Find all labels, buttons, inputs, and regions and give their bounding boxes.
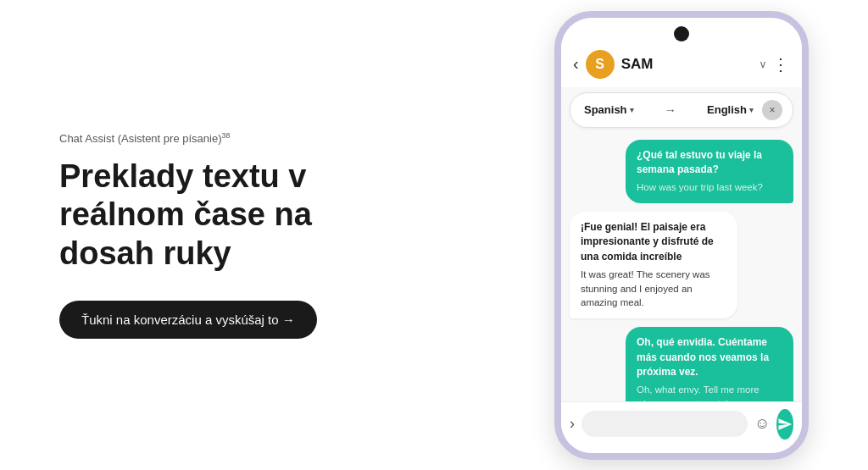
phone-screen: ‹ S SAM v ⋮ Spanish ▾ →: [561, 18, 802, 453]
avatar-letter: S: [595, 57, 604, 72]
target-language-button[interactable]: English ▾: [704, 102, 757, 118]
headline-line2: reálnom čase na: [59, 196, 312, 232]
target-language-chevron-icon: ▾: [749, 106, 754, 114]
chat-area: ¿Qué tal estuvo tu viaje la semana pasad…: [561, 133, 802, 401]
message-row: ¿Qué tal estuvo tu viaje la semana pasad…: [570, 140, 793, 203]
avatar: S: [586, 50, 615, 79]
cta-label: Ťukni na konverzáciu a vyskúšaj to →: [81, 312, 295, 327]
message-original-text: Oh, qué envidia. Cuéntame más cuando nos…: [637, 335, 782, 379]
message-original-text: ¡Fue genial! El paisaje era impresionant…: [581, 220, 726, 264]
subtitle: Chat Assist (Asistent pre písanie)38: [59, 131, 478, 145]
right-panel: ‹ S SAM v ⋮ Spanish ▾ →: [512, 11, 868, 460]
message-bubble: Oh, qué envidia. Cuéntame más cuando nos…: [626, 327, 793, 401]
message-original-text: ¿Qué tal estuvo tu viaje la semana pasad…: [637, 148, 782, 178]
message-translated-text: Oh, what envy. Tell me more when we meet…: [637, 383, 782, 401]
contact-dropdown-icon[interactable]: v: [760, 58, 765, 70]
send-icon: [777, 417, 793, 432]
phone-notch: [674, 26, 689, 41]
message-bubble: ¡Fue genial! El paisaje era impresionant…: [570, 212, 737, 318]
message-translated-text: How was your trip last week?: [637, 180, 782, 195]
phone-input-bar: › ☺: [561, 401, 802, 453]
more-options-icon[interactable]: ⋮: [772, 54, 790, 75]
source-language-label: Spanish: [584, 103, 627, 116]
target-language-label: English: [707, 103, 747, 116]
expand-button[interactable]: ›: [570, 415, 575, 433]
translate-bar: Spanish ▾ → English ▾ ×: [570, 92, 793, 128]
emoji-button[interactable]: ☺: [754, 415, 770, 433]
source-language-button[interactable]: Spanish ▾: [581, 102, 637, 118]
headline-line3: dosah ruky: [59, 235, 231, 271]
phone-frame: ‹ S SAM v ⋮ Spanish ▾ →: [554, 11, 809, 460]
message-translated-text: It was great! The scenery was stunning a…: [581, 268, 726, 310]
message-input[interactable]: [581, 411, 748, 437]
close-translate-button[interactable]: ×: [762, 100, 782, 120]
back-arrow-icon[interactable]: ‹: [573, 54, 579, 74]
footnote-number: 38: [221, 131, 230, 140]
headline: Preklady textu v reálnom čase na dosah r…: [59, 158, 478, 274]
contact-name: SAM: [621, 56, 754, 73]
headline-line1: Preklady textu v: [59, 158, 306, 194]
message-row: Oh, qué envidia. Cuéntame más cuando nos…: [570, 327, 793, 401]
phone-wrapper: ‹ S SAM v ⋮ Spanish ▾ →: [554, 11, 809, 460]
close-icon: ×: [769, 104, 775, 116]
send-button[interactable]: [776, 409, 793, 440]
cta-button[interactable]: Ťukni na konverzáciu a vyskúšaj to →: [59, 301, 317, 339]
left-panel: Chat Assist (Asistent pre písanie)38 Pre…: [0, 89, 512, 380]
message-row: ¡Fue genial! El paisaje era impresionant…: [570, 212, 793, 318]
page-container: Chat Assist (Asistent pre písanie)38 Pre…: [0, 0, 868, 470]
translation-direction-icon: →: [643, 103, 698, 117]
message-bubble: ¿Qué tal estuvo tu viaje la semana pasad…: [626, 140, 793, 203]
subtitle-text: Chat Assist (Asistent pre písanie): [59, 133, 221, 146]
source-language-chevron-icon: ▾: [630, 106, 634, 114]
